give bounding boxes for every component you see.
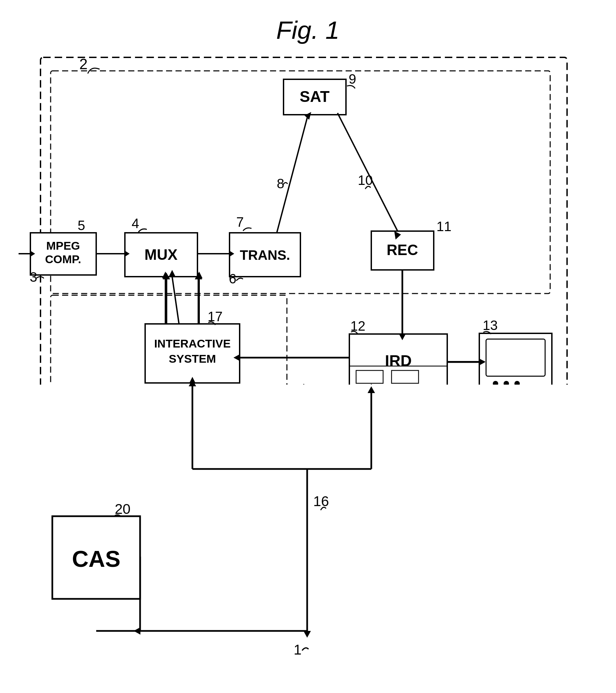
figure-title: Fig. 1 xyxy=(276,16,340,44)
svg-line-11 xyxy=(338,113,398,231)
rec-label: REC xyxy=(387,242,418,258)
ref13-label: 13 xyxy=(483,318,498,333)
cas-label: CAS xyxy=(73,546,119,570)
ref7-label: 7 xyxy=(236,215,244,230)
ref10-label: 10 xyxy=(358,173,373,187)
ref11-label: 11 xyxy=(437,219,451,234)
ref9-label: 9 xyxy=(349,72,356,86)
ref6-label: 6 xyxy=(229,271,236,286)
svg-line-10 xyxy=(277,115,308,233)
interactive-label-line2: SYSTEM xyxy=(169,352,216,365)
arrow-to-cas xyxy=(134,638,140,645)
svg-line-15 xyxy=(172,277,179,323)
mpeg-label-line2: COMP. xyxy=(45,253,81,265)
ird-label: IRD xyxy=(385,352,411,370)
tv-box xyxy=(479,333,552,389)
ref8-label: 8 xyxy=(277,176,284,191)
interactive-label-line1: INTERACTIVE xyxy=(154,337,231,350)
ref1-label: 1 xyxy=(290,649,298,664)
ref16-label: 16 xyxy=(307,470,322,485)
ref5-label: 5 xyxy=(78,218,85,233)
mpeg-label-line1: MPEG xyxy=(46,239,80,252)
svg-point-4 xyxy=(493,381,498,386)
ref3-label: 3 xyxy=(30,270,37,284)
arrow-16-up xyxy=(301,383,307,390)
arrow-16-down xyxy=(301,641,307,648)
ref4-label: 4 xyxy=(132,216,139,231)
arrow-left-to-cas-h xyxy=(133,462,140,469)
sat-label: SAT xyxy=(300,88,330,105)
svg-point-6 xyxy=(514,381,520,386)
diagram: Fig. 1 2 MPEG COMP. 5 3 MUX 4 TRANS. 7 xyxy=(0,0,616,693)
ref20-label: 20 xyxy=(119,502,134,517)
trans-label: TRANS. xyxy=(240,248,290,262)
ref2-label: 2 xyxy=(79,56,88,72)
mux-label: MUX xyxy=(145,246,177,263)
svg-point-5 xyxy=(504,381,509,386)
